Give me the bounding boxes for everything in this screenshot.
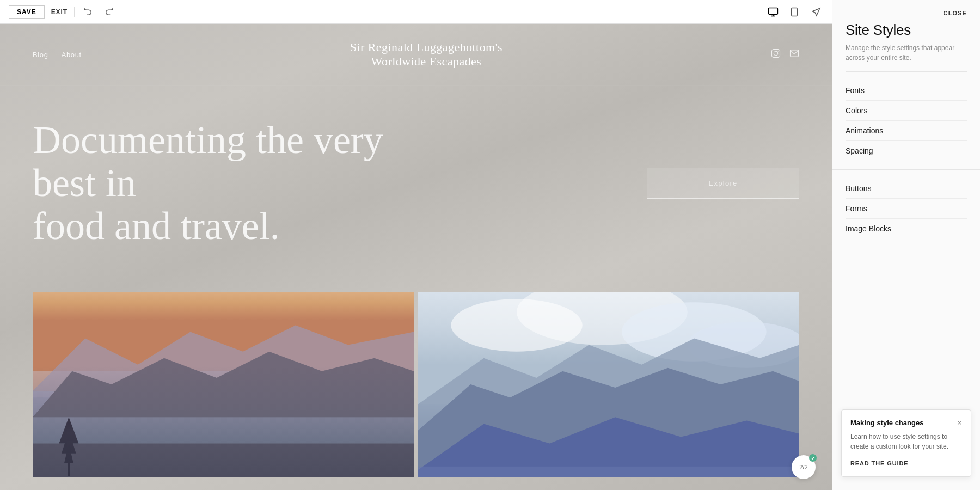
page-counter-check: [809, 454, 817, 462]
site-gallery: [0, 292, 832, 477]
toolbar: SAVE EXIT: [0, 0, 832, 24]
undo-icon: [83, 7, 93, 17]
site-header: Blog About Sir Reginald Luggagebottom's …: [0, 24, 832, 85]
svg-point-7: [777, 51, 779, 52]
svg-marker-12: [33, 351, 414, 476]
site-title: Sir Reginald Luggagebottom's Worldwide E…: [350, 40, 503, 69]
mobile-icon: [789, 7, 799, 17]
check-icon: [811, 456, 815, 460]
redo-icon: [104, 7, 114, 17]
svg-rect-14: [33, 443, 414, 476]
style-tip-title: Making style changes: [850, 419, 923, 427]
svg-rect-10: [33, 371, 414, 397]
nav-blog[interactable]: Blog: [33, 51, 48, 59]
email-icon[interactable]: [789, 48, 799, 60]
svg-marker-17: [62, 430, 76, 453]
nav-item-buttons[interactable]: Buttons: [846, 179, 967, 199]
site-social: [771, 48, 799, 60]
panel-nav-group-2: Buttons Forms Image Blocks: [832, 169, 980, 247]
preview-area: Blog About Sir Reginald Luggagebottom's …: [0, 24, 832, 490]
svg-marker-18: [64, 443, 74, 463]
exit-button[interactable]: EXIT: [51, 8, 68, 16]
nav-item-image-blocks[interactable]: Image Blocks: [846, 219, 967, 238]
gallery-image-1: [33, 292, 414, 477]
instagram-icon[interactable]: [771, 48, 781, 60]
explore-button[interactable]: Explore: [647, 168, 799, 199]
svg-rect-0: [769, 8, 778, 14]
site-styles-panel: CLOSE Site Styles Manage the style setti…: [832, 0, 980, 490]
landscape-left-svg: [33, 292, 414, 477]
panel-title-section: Site Styles Manage the style settings th…: [832, 22, 980, 71]
style-tip-text: Learn how to use style settings to creat…: [850, 432, 962, 451]
styles-button[interactable]: [809, 5, 823, 19]
undo-button[interactable]: [81, 5, 95, 19]
read-guide-button[interactable]: READ THE GUIDE: [850, 460, 908, 467]
hero-headline: Documenting the very best in food and tr…: [33, 119, 414, 248]
svg-rect-13: [33, 417, 414, 443]
panel-close-button[interactable]: CLOSE: [944, 10, 967, 16]
svg-point-6: [774, 51, 778, 56]
svg-rect-5: [772, 50, 780, 58]
panel-subtitle: Manage the style settings that appear ac…: [846, 43, 967, 63]
hero-section: Documenting the very best in food and tr…: [0, 86, 832, 292]
panel-title: Site Styles: [846, 22, 967, 39]
panel-header: CLOSE: [832, 0, 980, 22]
nav-about[interactable]: About: [62, 51, 82, 59]
nav-item-animations[interactable]: Animations: [846, 121, 967, 141]
redo-button[interactable]: [102, 5, 116, 19]
style-tip: Making style changes × Learn how to use …: [841, 409, 971, 477]
panel-nav-group-1: Fonts Colors Animations Spacing: [832, 72, 980, 169]
save-button[interactable]: SAVE: [9, 5, 45, 19]
toolbar-divider: [74, 7, 75, 17]
page-counter: 2/2: [792, 455, 816, 479]
paintbrush-icon: [811, 7, 821, 17]
mobile-view-button[interactable]: [786, 5, 803, 19]
site-preview: Blog About Sir Reginald Luggagebottom's …: [0, 24, 832, 490]
landscape-right-svg: [418, 292, 799, 477]
device-buttons: [764, 4, 803, 20]
nav-item-forms[interactable]: Forms: [846, 199, 967, 219]
desktop-view-button[interactable]: [764, 4, 782, 20]
style-tip-close-button[interactable]: ×: [957, 419, 962, 427]
gallery-image-2: [418, 292, 799, 477]
site-title-text: Sir Reginald Luggagebottom's Worldwide E…: [350, 40, 503, 69]
hero-text: Documenting the very best in food and tr…: [33, 119, 414, 248]
svg-marker-16: [59, 417, 78, 443]
nav-item-fonts[interactable]: Fonts: [846, 81, 967, 101]
svg-rect-3: [792, 8, 798, 16]
editor-area: SAVE EXIT: [0, 0, 832, 490]
style-tip-header: Making style changes ×: [850, 419, 962, 427]
site-nav: Blog About: [33, 51, 82, 59]
desktop-icon: [768, 7, 779, 17]
nav-item-spacing[interactable]: Spacing: [846, 141, 967, 161]
nav-item-colors[interactable]: Colors: [846, 101, 967, 121]
svg-rect-27: [418, 466, 799, 476]
